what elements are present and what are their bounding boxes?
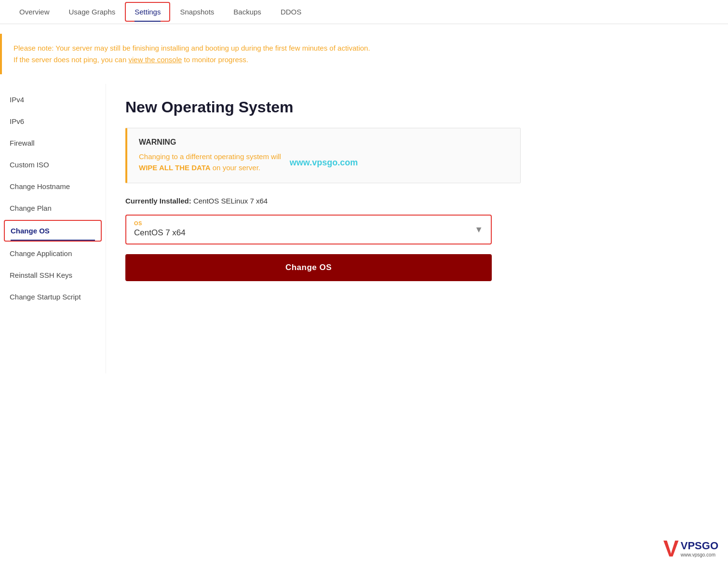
content-area: New Operating System WARNING Changing to… xyxy=(106,84,540,373)
top-navigation: Overview Usage Graphs Settings Snapshots… xyxy=(0,0,728,24)
notice-text1: Please note: Your server may still be fi… xyxy=(13,44,370,52)
warning-title: WARNING xyxy=(139,138,509,147)
warning-box: WARNING Changing to a different operatin… xyxy=(125,128,521,183)
sidebar-item-change-startup-script[interactable]: Change Startup Script xyxy=(0,286,106,308)
sidebar-item-custom-iso[interactable]: Custom ISO xyxy=(0,154,106,176)
notice-banner: Please note: Your server may still be fi… xyxy=(0,34,728,74)
installed-value: CentOS SELinux 7 x64 xyxy=(193,197,268,205)
chevron-down-icon: ▼ xyxy=(474,225,483,235)
nav-item-ddos[interactable]: DDOS xyxy=(271,0,311,24)
nav-item-usage-graphs[interactable]: Usage Graphs xyxy=(59,0,125,24)
change-os-button[interactable]: Change OS xyxy=(125,254,492,281)
notice-text2: If the server does not ping, you can xyxy=(13,55,128,64)
installed-label-text: Currently Installed: xyxy=(125,197,191,205)
main-layout: IPv4 IPv6 Firewall Custom ISO Change Hos… xyxy=(0,84,728,373)
notice-text3: to monitor progress. xyxy=(182,55,248,64)
installed-label: Currently Installed: CentOS SELinux 7 x6… xyxy=(125,197,521,205)
os-dropdown[interactable]: OS CentOS 7 x64 ▼ xyxy=(125,215,492,244)
sidebar-item-change-application[interactable]: Change Application xyxy=(0,243,106,264)
sidebar-item-change-plan[interactable]: Change Plan xyxy=(0,197,106,219)
warning-text: Changing to a different operating system… xyxy=(139,151,509,173)
view-console-link[interactable]: view the console xyxy=(128,55,182,64)
sidebar-item-change-os[interactable]: Change OS xyxy=(4,220,102,242)
nav-item-settings[interactable]: Settings xyxy=(125,2,170,22)
sidebar-item-change-hostname[interactable]: Change Hostname xyxy=(0,176,106,197)
sidebar-item-firewall[interactable]: Firewall xyxy=(0,132,106,154)
warning-line1: Changing to a different operating system… xyxy=(139,152,281,161)
nav-item-snapshots[interactable]: Snapshots xyxy=(170,0,224,24)
warning-line2-bold: WIPE ALL THE DATA xyxy=(139,163,211,172)
nav-item-overview[interactable]: Overview xyxy=(10,0,59,24)
sidebar: IPv4 IPv6 Firewall Custom ISO Change Hos… xyxy=(0,84,106,373)
dropdown-value: CentOS 7 x64 xyxy=(134,228,483,238)
nav-item-backups[interactable]: Backups xyxy=(224,0,271,24)
sidebar-item-ipv6[interactable]: IPv6 xyxy=(0,110,106,132)
warning-line2-rest: on your server. xyxy=(211,163,260,172)
dropdown-label: OS xyxy=(134,220,483,226)
sidebar-item-reinstall-ssh-keys[interactable]: Reinstall SSH Keys xyxy=(0,264,106,286)
watermark: www.vpsgo.com xyxy=(290,156,358,169)
sidebar-item-ipv4[interactable]: IPv4 xyxy=(0,89,106,110)
page-title: New Operating System xyxy=(125,98,521,116)
